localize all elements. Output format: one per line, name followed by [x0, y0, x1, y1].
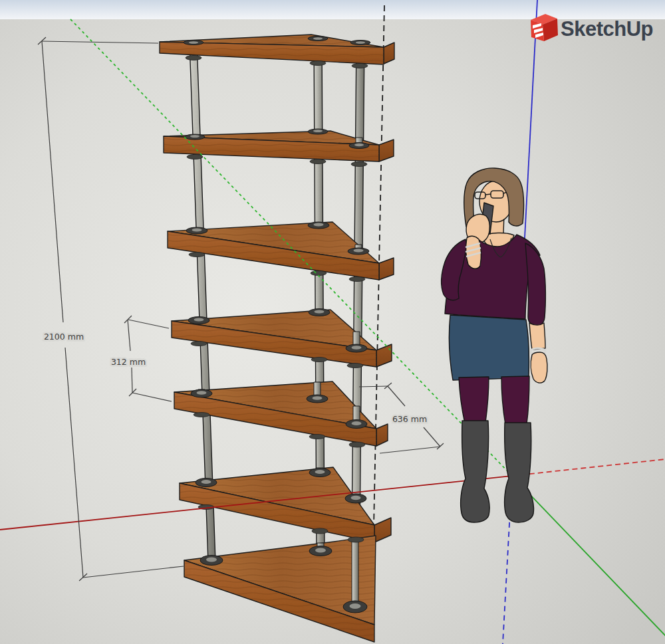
figure-leg-left [459, 377, 489, 423]
dimension-label-spacing: 312 mm [111, 357, 146, 367]
figure-boot-left [461, 421, 490, 522]
sketchup-logo: SketchUp [531, 14, 653, 41]
3d-viewport[interactable]: 2100 mm 312 mm 636 mm [0, 0, 665, 644]
dimension-label-depth: 636 mm [392, 414, 427, 424]
figure-forearm-right [529, 323, 545, 350]
sky-band [0, 0, 665, 19]
dimension-label-height: 2100 mm [44, 332, 84, 342]
figure-hand-right [531, 352, 547, 383]
figure-boot-right [505, 423, 534, 522]
figure-leg-right [501, 376, 529, 425]
figure-skirt [449, 315, 529, 380]
sketchup-window: 2100 mm 312 mm 636 mm [0, 0, 665, 644]
sketchup-wordmark: SketchUp [561, 17, 653, 41]
